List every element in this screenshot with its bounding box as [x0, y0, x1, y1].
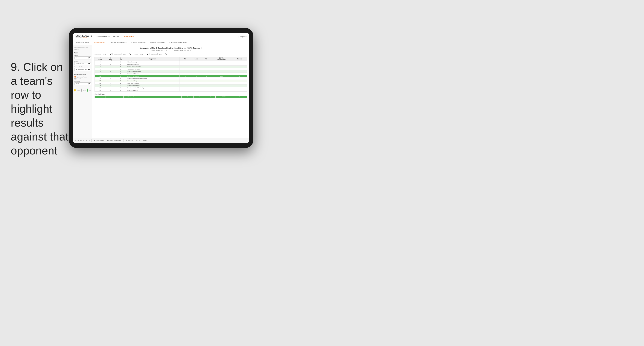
table-row[interactable]: 11-5University of Alabama3002.618	[95, 75, 247, 77]
legend-level-label: Level	[83, 89, 86, 91]
col-header-win: Win	[180, 57, 191, 61]
nav-teams[interactable]: TEAMS	[113, 36, 120, 37]
ood-win: 1	[182, 96, 194, 98]
nav-tournaments[interactable]: TOURNAMENTS	[96, 36, 110, 37]
table-row[interactable]: -3University of Arizona	[95, 73, 247, 75]
radio-opponents-played[interactable]: Opponents Played	[74, 76, 91, 78]
table-row[interactable]: 13-1Texas Tech University	[95, 82, 247, 84]
ood-conf	[114, 96, 124, 98]
watch-btn[interactable]: 👁 Watch ▾	[125, 139, 134, 142]
sub-nav-player-h2h-heatmap[interactable]: PLAYER H2H HEATMAP	[168, 40, 187, 45]
legend-up-label: Up	[89, 89, 91, 91]
opponent-filter-label: Opponent	[151, 53, 157, 55]
filter-region: Region (All)	[134, 53, 150, 55]
save-custom-view-btn[interactable]: 💾 Save Custom View	[106, 139, 122, 142]
col-header-rank: #Rank	[95, 57, 106, 61]
cut-icon[interactable]: ✂	[83, 139, 84, 141]
toolbar-sep-3	[135, 139, 135, 142]
filter-opponent: Opponent (All)	[151, 53, 168, 55]
sub-nav-team-h2h-grid[interactable]: TEAM H2H GRID	[93, 40, 106, 45]
opponents-filter-select[interactable]: (All)	[102, 53, 112, 55]
col-header-loss: Loss	[191, 57, 202, 61]
redo-icon[interactable]: ↪	[78, 139, 79, 141]
conference-filter-select[interactable]: (All)	[122, 53, 132, 55]
grid-content: University of North Carolina Head-to-Hea…	[92, 45, 249, 138]
opponent-filter-select[interactable]: (All)	[158, 53, 168, 55]
logo-area: SCOREBOARD Powered by clippd	[76, 35, 92, 38]
region-filter-label: Region	[134, 53, 138, 55]
school-label: School (Rank)	[74, 66, 91, 67]
sub-nav-team-summary[interactable]: TEAM SUMMARY	[76, 40, 90, 45]
opponent-view-title: Opponent View	[74, 73, 91, 75]
gender-label: Gender	[74, 55, 91, 56]
view-original-btn[interactable]: 👁 View: Original	[93, 139, 105, 142]
add-icon[interactable]: ⊕	[86, 139, 88, 141]
radio-top100[interactable]: Top 100	[74, 78, 91, 80]
main-content: Last Updated: 27/03/2024 16:55:38 Team G…	[73, 45, 249, 138]
undo-icon[interactable]: ↩	[75, 139, 76, 141]
logo-sub: Powered by clippd	[76, 37, 92, 38]
ood-tie: 0	[206, 96, 216, 98]
toolbar-sep-2	[123, 139, 124, 142]
h2h-table: #Rank #Reg #Conf Opponent Win Loss Tie D…	[94, 57, 247, 92]
sidebar: Last Updated: 27/03/2024 16:55:38 Team G…	[73, 45, 92, 138]
radio-top100-dot	[74, 78, 76, 80]
table-row[interactable]: 4-1Arizona State University	[95, 66, 247, 68]
grid-title: University of North Carolina Head-to-Hea…	[94, 47, 247, 49]
device-screen: SCOREBOARD Powered by clippd TOURNAMENTS…	[73, 33, 249, 143]
overall-record: Overall Record: 89 - 17 - 0	[151, 50, 167, 51]
table-header: #Rank #Reg #Conf Opponent Win Loss Tie D…	[95, 57, 247, 61]
instruction-number: 9.	[11, 61, 20, 73]
table-row[interactable]: 15-4Georgia Institute of Technology	[95, 87, 247, 89]
gender-select[interactable]: Men's	[74, 56, 91, 59]
out-of-division-title: Out of division	[94, 93, 247, 95]
clock-icon[interactable]: ◷	[89, 139, 90, 141]
table-row[interactable]: 3-2Vanderbilt University	[95, 63, 247, 66]
instruction-text: 9. Click on a team's row to highlight re…	[11, 60, 71, 158]
division-select[interactable]: NCAA Division I	[74, 62, 91, 65]
layout-icon[interactable]: ⬡	[136, 139, 138, 141]
ood-reg	[105, 96, 114, 98]
share-btn[interactable]: Share	[142, 139, 147, 142]
table-row[interactable]: 2-1Auburn University	[95, 61, 247, 63]
undo2-icon[interactable]: ↩	[80, 139, 82, 141]
table-row[interactable]: 11-6University of Arkansas, Fayetteville	[95, 77, 247, 80]
toolbar-sep-1	[92, 139, 92, 142]
sub-nav: TEAM SUMMARY TEAM H2H GRID TEAM H2H HEAT…	[73, 40, 249, 45]
opponent-view-group: Opponents Played Top 100	[74, 76, 91, 80]
legend-down-dot	[74, 89, 76, 92]
colour-by-label: Colour by	[74, 81, 91, 82]
ood-loss: 0	[194, 96, 206, 98]
h2h-table-body: 2-1Auburn University3-2Vanderbilt Univer…	[95, 61, 247, 92]
out-of-division-table: NCAA Division II 1 0 0 26.00 3	[94, 96, 247, 98]
col-header-diff: Diff AvStrokes/Rnd	[211, 57, 232, 61]
colour-by-select[interactable]: Win/loss	[74, 82, 91, 85]
division-label: Division	[74, 60, 91, 62]
top-nav: SCOREBOARD Powered by clippd TOURNAMENTS…	[73, 33, 249, 40]
table-row[interactable]: 6-2Florida State University	[95, 68, 247, 70]
sign-out-button[interactable]: Sign out	[240, 36, 246, 37]
school-select[interactable]: 4 University of Nort...	[74, 68, 91, 71]
region-filter-select[interactable]: (All)	[139, 53, 150, 55]
col-header-reg: #Reg	[106, 57, 115, 61]
table-row[interactable]: 14-2University of Oklahoma	[95, 84, 247, 87]
ood-diff: 26.00	[216, 96, 232, 98]
col-header-opponent: Opponent	[126, 57, 180, 61]
sub-nav-player-h2h-grid[interactable]: PLAYER H2H GRID	[150, 40, 165, 45]
table-row[interactable]: 8-2University of Washington	[95, 70, 247, 73]
legend-area: Down Level Up	[74, 89, 91, 92]
grid-records: Overall Record: 89 - 17 - 0 Division Rec…	[94, 50, 247, 51]
ood-label: NCAA Division II	[124, 96, 182, 98]
legend-level-dot	[81, 89, 82, 92]
nav-committee[interactable]: COMMITTEE	[123, 36, 134, 37]
filter-opponents: Opponents: (All)	[94, 53, 112, 55]
bottom-toolbar: ↩ ↪ ↩ ✂ ⊕ ◷ 👁 View: Original 💾 Save Cust…	[73, 138, 249, 143]
sub-nav-player-summary[interactable]: PLAYER SUMMARY	[130, 40, 146, 45]
radio-opponents-played-dot	[74, 76, 76, 78]
expand-icon[interactable]: ⤢	[139, 139, 141, 141]
out-of-division-row[interactable]: NCAA Division II 1 0 0 26.00 3	[95, 96, 247, 98]
table-row[interactable]: 16-3University of Florida	[95, 89, 247, 92]
table-row[interactable]: 12-3University of Virginia	[95, 80, 247, 82]
sub-nav-team-h2h-heatmap[interactable]: TEAM H2H HEATMAP	[110, 40, 127, 45]
division-record: Division Record: 88 - 17 - 0	[174, 50, 191, 51]
